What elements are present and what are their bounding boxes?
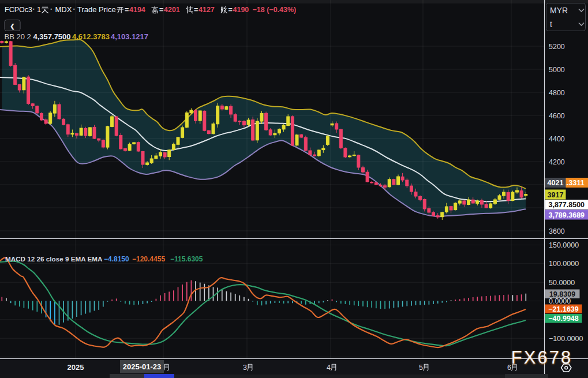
svg-text:4800: 4800 [549, 89, 565, 97]
svg-text:3917: 3917 [548, 191, 564, 199]
svg-text:3,789.3689: 3,789.3689 [548, 211, 585, 219]
svg-text:5: 5 [419, 364, 423, 372]
svg-text:·: · [32, 5, 35, 14]
svg-text:4127: 4127 [199, 6, 215, 14]
svg-text:❮: ❮ [10, 23, 14, 30]
svg-text:BB 20 2: BB 20 2 [5, 32, 31, 41]
svg-text:−100.0000: −100.0000 [549, 335, 583, 343]
svg-text:0.0000: 0.0000 [549, 297, 571, 305]
svg-text:4200: 4200 [549, 158, 565, 166]
svg-text:−18 (−0.43%): −18 (−0.43%) [253, 6, 297, 14]
svg-text:3,877.8500: 3,877.8500 [548, 201, 585, 209]
svg-text:Trade Price: Trade Price [77, 5, 116, 14]
svg-text:−21.1639: −21.1639 [548, 305, 579, 313]
svg-text:MDX: MDX [55, 5, 72, 14]
svg-text:MACD 12 26 close 9 EMA EMA: MACD 12 26 close 9 EMA EMA [5, 255, 103, 263]
svg-text:4: 4 [327, 364, 331, 372]
svg-text:·: · [50, 5, 53, 14]
svg-text:2025-01-23: 2025-01-23 [123, 362, 162, 371]
svg-text:=: = [229, 6, 233, 14]
svg-text:4190: 4190 [233, 6, 249, 14]
svg-text:=: = [125, 6, 129, 14]
svg-text:50.0000: 50.0000 [549, 279, 575, 287]
svg-text:MYR: MYR [550, 6, 568, 15]
svg-text:4,612.3783: 4,612.3783 [72, 32, 110, 41]
svg-text:19.8309: 19.8309 [549, 290, 575, 298]
svg-text:4400: 4400 [549, 135, 565, 143]
svg-text:t: t [550, 20, 552, 29]
svg-text:FCPOc3: FCPOc3 [5, 6, 32, 14]
svg-text:3: 3 [243, 364, 247, 372]
svg-text:5200: 5200 [549, 43, 565, 51]
svg-text:−120.4455: −120.4455 [132, 255, 165, 263]
svg-text:1: 1 [37, 5, 41, 14]
svg-text:4,357.7500: 4,357.7500 [33, 32, 71, 41]
svg-text:4,103.1217: 4,103.1217 [111, 32, 148, 41]
svg-text:·: · [73, 5, 76, 14]
svg-text:4600: 4600 [549, 112, 565, 120]
svg-text:−4.8150: −4.8150 [104, 255, 129, 263]
svg-text:−40.9948: −40.9948 [548, 315, 579, 323]
svg-text:2025: 2025 [68, 363, 84, 372]
svg-text:3600: 3600 [549, 227, 565, 235]
svg-text:4194: 4194 [129, 6, 145, 14]
svg-text:5000: 5000 [549, 66, 565, 74]
svg-text:−115.6305: −115.6305 [170, 255, 203, 263]
svg-text:100.0000: 100.0000 [549, 260, 579, 268]
svg-text:=: = [159, 6, 163, 14]
svg-text:4021: 4021 [548, 179, 564, 187]
svg-text:=: = [194, 6, 198, 14]
svg-text:150.0000: 150.0000 [549, 241, 579, 249]
svg-text:4201: 4201 [164, 6, 180, 14]
